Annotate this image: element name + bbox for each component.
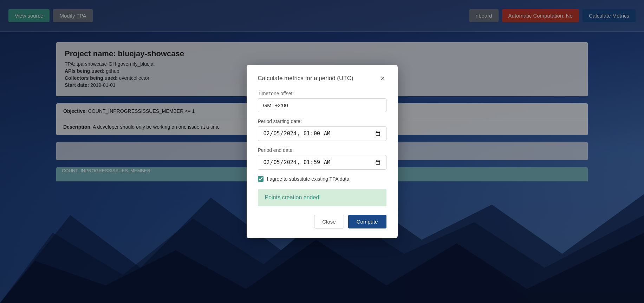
period-end-form-group: Period end date: [258, 147, 386, 170]
agree-checkbox[interactable] [258, 176, 264, 182]
calculate-metrics-modal: Calculate metrics for a period (UTC) × T… [247, 65, 398, 238]
success-message-text: Points creation ended! [265, 194, 321, 200]
timezone-form-group: Timezone offset: [258, 91, 386, 112]
compute-button[interactable]: Compute [348, 215, 386, 228]
timezone-input[interactable] [258, 98, 386, 112]
success-message-box: Points creation ended! [258, 189, 386, 206]
modal-header: Calculate metrics for a period (UTC) × [258, 75, 386, 82]
period-start-form-group: Period starting date: [258, 118, 386, 141]
timezone-label: Timezone offset: [258, 91, 386, 96]
period-end-label: Period end date: [258, 147, 386, 153]
modal-close-button[interactable]: × [379, 75, 386, 82]
agree-checkbox-row: I agree to substitute existing TPA data. [258, 176, 386, 182]
agree-checkbox-label[interactable]: I agree to substitute existing TPA data. [267, 176, 351, 182]
period-start-label: Period starting date: [258, 118, 386, 124]
modal-footer: Close Compute [258, 215, 386, 228]
period-end-input[interactable] [258, 155, 386, 170]
close-modal-button[interactable]: Close [314, 215, 344, 228]
period-start-input[interactable] [258, 126, 386, 141]
modal-title: Calculate metrics for a period (UTC) [258, 75, 353, 82]
